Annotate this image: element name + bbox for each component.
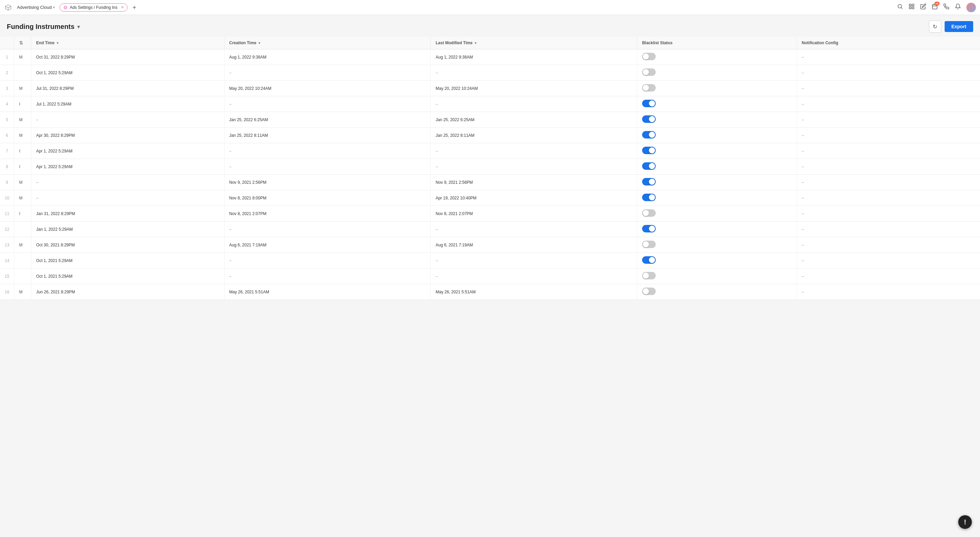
svg-rect-4 (912, 7, 914, 9)
row-last-modified: Aug 1, 2022 9:38AM (431, 49, 637, 65)
row-end-time: Jul 31, 2022 8:29PM (31, 81, 224, 96)
avatar[interactable] (966, 3, 976, 12)
col-creation-time[interactable]: Creation Time ▼ (224, 37, 431, 49)
row-last-modified: – (431, 221, 637, 237)
row-number: 7 (0, 143, 14, 159)
blacklist-toggle[interactable] (642, 163, 656, 170)
row-filter-label: M (14, 127, 31, 143)
table-row: 13MOct 30, 2021 8:29PMAug 6, 2021 7:19AM… (0, 237, 980, 253)
row-number: 9 (0, 175, 14, 190)
row-number: 5 (0, 112, 14, 127)
blacklist-toggle[interactable] (642, 69, 656, 76)
row-last-modified: Jan 25, 2022 8:11AM (431, 127, 637, 143)
blacklist-toggle[interactable] (642, 241, 656, 248)
row-last-modified: Aug 6, 2021 7:19AM (431, 237, 637, 253)
toggle-knob (643, 272, 649, 279)
search-icon[interactable] (897, 3, 903, 11)
blacklist-toggle[interactable] (642, 178, 656, 185)
blacklist-toggle[interactable] (642, 256, 656, 264)
blacklist-toggle[interactable] (642, 209, 656, 217)
row-end-time: Apr 1, 2022 5:29AM (31, 159, 224, 175)
row-end-time: – (31, 175, 224, 190)
funding-instruments-table: ⇅ End Time ▼ Creation Time ▼ La (0, 37, 980, 300)
row-notification-config: – (797, 253, 980, 269)
row-creation-time: May 20, 2022 10:24AM (224, 81, 431, 96)
phone-icon[interactable] (943, 3, 950, 11)
row-end-time: Jul 1, 2022 5:29AM (31, 96, 224, 112)
row-notification-config: – (797, 175, 980, 190)
app-name[interactable]: Advertising Cloud ▾ (15, 3, 57, 11)
row-last-modified: – (431, 253, 637, 269)
row-blacklist-status (637, 206, 797, 221)
svg-point-0 (898, 5, 902, 8)
edit-icon[interactable] (920, 3, 926, 11)
blacklist-toggle[interactable] (642, 53, 656, 60)
row-filter-label: M (14, 112, 31, 127)
table-row: 5M–Jan 25, 2022 6:25AMJan 25, 2022 6:25A… (0, 112, 980, 127)
blacklist-toggle[interactable] (642, 147, 656, 154)
row-creation-time: Aug 1, 2022 9:38AM (224, 49, 431, 65)
export-button[interactable]: Export (945, 21, 973, 32)
row-filter-label: M (14, 175, 31, 190)
blacklist-toggle[interactable] (642, 84, 656, 92)
calendar-badge: 08 (934, 2, 940, 5)
blacklist-toggle[interactable] (642, 194, 656, 201)
row-end-time: – (31, 112, 224, 127)
blacklist-toggle[interactable] (642, 288, 656, 295)
row-end-time: Jan 31, 2022 8:29PM (31, 206, 224, 221)
row-blacklist-status (637, 81, 797, 96)
row-creation-time: Aug 6, 2021 7:19AM (224, 237, 431, 253)
row-number: 13 (0, 237, 14, 253)
row-notification-config: – (797, 49, 980, 65)
row-blacklist-status (637, 96, 797, 112)
toggle-knob (649, 100, 655, 107)
row-creation-time: May 26, 2021 5:51AM (224, 284, 431, 300)
row-notification-config: – (797, 269, 980, 284)
blacklist-toggle[interactable] (642, 272, 656, 279)
page-title-chevron-icon[interactable]: ▾ (77, 24, 80, 30)
col-filter[interactable]: ⇅ (14, 37, 31, 49)
grid-icon[interactable] (908, 3, 915, 11)
toggle-knob (643, 69, 649, 75)
blacklist-toggle[interactable] (642, 131, 656, 139)
tab-close-icon[interactable]: ✕ (121, 5, 124, 10)
filter-icon[interactable]: ⇅ (19, 40, 23, 46)
row-filter-label: I (14, 159, 31, 175)
col-end-time-label: End Time (36, 40, 54, 45)
row-creation-time: Jan 25, 2022 8:11AM (224, 127, 431, 143)
row-end-time: Jun 26, 2021 8:29PM (31, 284, 224, 300)
sort-arrow-end-time: ▼ (56, 41, 59, 45)
table-row: 3MJul 31, 2022 8:29PMMay 20, 2022 10:24A… (0, 81, 980, 96)
row-last-modified: – (431, 159, 637, 175)
active-tab[interactable]: ⚙ Ads Settings / Funding Ins ✕ (60, 3, 127, 11)
row-last-modified: Nov 8, 2021 2:07PM (431, 206, 637, 221)
row-last-modified: May 26, 2021 5:51AM (431, 284, 637, 300)
sort-arrow-last-modified: ▼ (474, 41, 477, 45)
row-notification-config: – (797, 206, 980, 221)
row-notification-config: – (797, 127, 980, 143)
row-creation-time: Nov 9, 2021 2:56PM (224, 175, 431, 190)
svg-rect-3 (909, 7, 911, 9)
sort-arrow-creation-time: ▼ (258, 41, 261, 45)
row-filter-label: M (14, 190, 31, 206)
row-end-time: Oct 1, 2021 5:29AM (31, 269, 224, 284)
toggle-knob (643, 288, 649, 294)
row-creation-time: – (224, 65, 431, 81)
calendar-icon[interactable]: 08 (932, 3, 938, 11)
col-last-modified[interactable]: Last Modified Time ▼ (431, 37, 637, 49)
col-end-time[interactable]: End Time ▼ (31, 37, 224, 49)
blacklist-toggle[interactable] (642, 100, 656, 107)
toggle-knob (649, 163, 655, 169)
bell-icon[interactable] (955, 3, 961, 11)
row-notification-config: – (797, 112, 980, 127)
blacklist-toggle[interactable] (642, 115, 656, 123)
row-notification-config: – (797, 81, 980, 96)
col-blacklist-label: Blacklist Status (642, 40, 672, 45)
add-tab-button[interactable]: + (130, 3, 138, 11)
row-end-time: Jan 1, 2022 5:29AM (31, 221, 224, 237)
topbar: Advertising Cloud ▾ ⚙ Ads Settings / Fun… (0, 0, 980, 15)
row-blacklist-status (637, 237, 797, 253)
active-tab-label: Ads Settings / Funding Ins (70, 5, 118, 10)
refresh-button[interactable]: ↻ (929, 21, 941, 33)
blacklist-toggle[interactable] (642, 225, 656, 233)
